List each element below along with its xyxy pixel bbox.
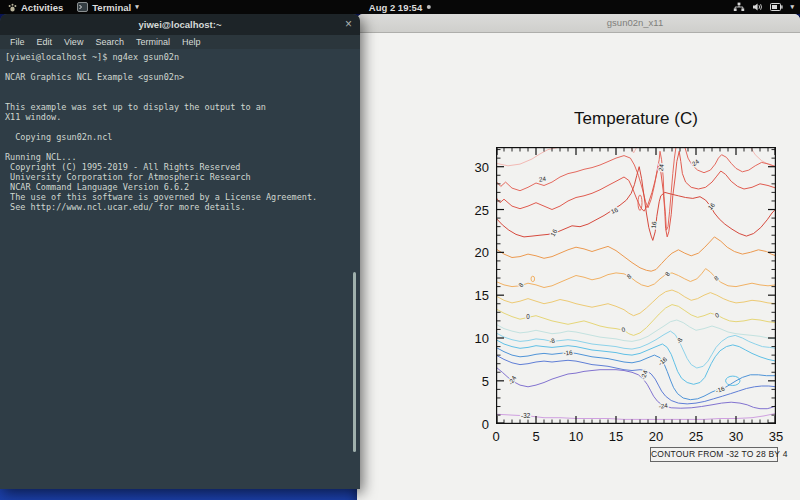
y-axis-tick-label: 5 (463, 374, 489, 389)
activities-button[interactable]: Activities (8, 2, 63, 13)
terminal-line: The use of this software is governed by … (5, 192, 360, 202)
close-icon[interactable]: × (345, 16, 352, 32)
contour-label: -24 (507, 374, 518, 386)
terminal-line: This example was set up to display the o… (5, 102, 360, 112)
contour-plot: 242424161616168888000-8-8-16-16-16-24-24… (496, 147, 776, 424)
x11-titlebar[interactable]: gsun02n_x11 (357, 14, 800, 33)
y-axis-tick-label: 15 (463, 288, 489, 303)
clock[interactable]: Aug 2 19:54 (369, 2, 431, 13)
top-bar: Activities Terminal ▾ Aug 2 19:54 (0, 0, 800, 14)
contour-label: -16 (715, 385, 726, 395)
terminal-line: See http://www.ncl.ucar.edu/ for more de… (5, 202, 360, 212)
plot-title: Temperature (C) (496, 109, 776, 129)
terminal-app-icon (77, 2, 88, 12)
app-menu-chevron-icon: ▾ (135, 3, 139, 11)
terminal-line: NCAR Graphics NCL Example <gsun02n> (5, 72, 360, 82)
volume-icon (752, 2, 763, 12)
x-axis-tick-label: 5 (524, 429, 548, 444)
app-menu-button[interactable]: Terminal ▾ (77, 2, 138, 13)
menu-item-file[interactable]: File (4, 37, 31, 47)
clock-label: Aug 2 19:54 (369, 2, 422, 13)
menu-item-view[interactable]: View (58, 37, 89, 47)
activities-label: Activities (21, 2, 63, 13)
contour-label: -8 (549, 336, 556, 344)
y-axis-tick-label: 20 (463, 245, 489, 260)
contour-svg: 242424161616168888000-8-8-16-16-16-24-24… (496, 147, 776, 424)
terminal-line: Copyright (C) 1995-2019 - All Rights Res… (5, 162, 360, 172)
terminal-window: yiwei@localhost:~ × FileEditViewSearchTe… (0, 14, 360, 489)
y-axis-tick-label: 25 (463, 203, 489, 218)
system-menu-chevron-icon: ▾ (790, 3, 794, 11)
y-axis-tick-label: 10 (463, 331, 489, 346)
app-menu-label: Terminal (92, 2, 131, 13)
terminal-scrollbar-thumb[interactable] (353, 272, 356, 452)
terminal-line: Copying gsun02n.ncl (5, 132, 360, 142)
contour-label: -32 (521, 412, 531, 419)
x11-window: gsun02n_x11 Temperature (C) 242424161616… (357, 14, 800, 500)
terminal-line: [yiwei@localhost ~]$ ng4ex gsun02n (5, 52, 360, 62)
contour-label: -16 (563, 349, 573, 357)
activities-icon (8, 3, 17, 12)
system-status-area[interactable]: ▾ (733, 2, 794, 12)
contour-label: 24 (538, 175, 546, 183)
menu-item-help[interactable]: Help (176, 37, 207, 47)
x11-window-title: gsun02n_x11 (607, 17, 663, 28)
terminal-titlebar[interactable]: yiwei@localhost:~ × (0, 14, 360, 35)
terminal-menubar: FileEditViewSearchTerminalHelp (0, 35, 360, 49)
y-axis-tick-label: 30 (463, 160, 489, 175)
menu-item-terminal[interactable]: Terminal (130, 37, 176, 47)
contour-label: 24 (690, 157, 700, 167)
notification-dot-icon (427, 5, 431, 9)
x11-canvas: Temperature (C) 242424161616168888000-8-… (357, 33, 800, 499)
terminal-screen[interactable]: [yiwei@localhost ~]$ ng4ex gsun02nNCAR G… (0, 49, 360, 489)
contour-label: 8 (625, 272, 633, 280)
terminal-line (5, 92, 360, 102)
x-axis-tick-label: 25 (684, 429, 708, 444)
terminal-line: X11 window. (5, 112, 360, 122)
x-axis-tick-label: 30 (724, 429, 748, 444)
terminal-window-title: yiwei@localhost:~ (139, 19, 222, 30)
battery-icon (770, 3, 783, 11)
terminal-line: University Corporation for Atmospheric R… (5, 172, 360, 182)
contour-label: -8 (675, 336, 684, 345)
contour-note-box: CONTOUR FROM -32 TO 28 BY 4 (650, 447, 778, 462)
network-icon (733, 2, 745, 12)
x-axis-tick-label: 35 (764, 429, 788, 444)
y-axis-tick-label: 0 (463, 417, 489, 432)
contour-label: 24 (657, 163, 665, 172)
menu-item-edit[interactable]: Edit (31, 37, 59, 47)
contour-label: -24 (639, 369, 649, 380)
terminal-line (5, 142, 360, 152)
contour-label: 0 (621, 325, 627, 333)
contour-label: -24 (658, 402, 668, 410)
contour-label: 0 (714, 311, 721, 319)
x-axis-tick-label: 10 (564, 429, 588, 444)
contour-label: 0 (526, 313, 530, 320)
menu-item-search[interactable]: Search (89, 37, 130, 47)
terminal-line (5, 82, 360, 92)
x-axis-tick-label: 15 (604, 429, 628, 444)
x-axis-tick-label: 20 (644, 429, 668, 444)
contour-label: 16 (549, 227, 559, 237)
terminal-line: Running NCL... (5, 152, 360, 162)
terminal-line: NCAR Command Language Version 6.6.2 (5, 182, 360, 192)
terminal-line (5, 62, 360, 72)
terminal-line (5, 122, 360, 132)
